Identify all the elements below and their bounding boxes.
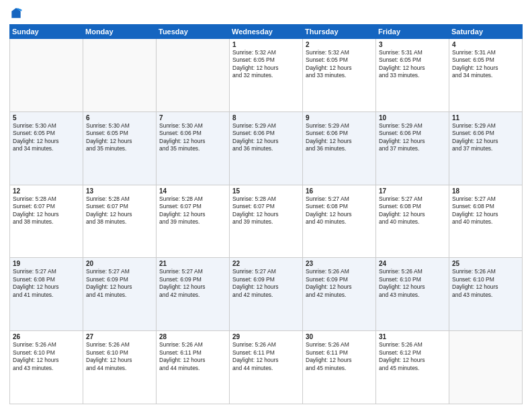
day-number: 22 (232, 260, 300, 267)
cell-info: and 35 minutes. (86, 145, 153, 152)
cell-info: Sunrise: 5:30 AM (159, 122, 226, 130)
cell-info: Sunrise: 5:31 AM (452, 49, 519, 56)
cell-info: Daylight: 12 hours (379, 283, 446, 291)
day-number: 24 (379, 260, 446, 267)
cell-info: Sunset: 6:11 PM (159, 349, 226, 357)
cell-info: and 35 minutes. (159, 145, 226, 152)
day-number: 2 (306, 41, 373, 48)
cell-info: Sunset: 6:07 PM (13, 203, 80, 210)
calendar-cell (83, 39, 157, 112)
calendar-cell: 7Sunrise: 5:30 AMSunset: 6:06 PMDaylight… (157, 111, 230, 185)
calendar-cell: 5Sunrise: 5:30 AMSunset: 6:05 PMDaylight… (10, 111, 83, 185)
cell-info: Sunrise: 5:26 AM (86, 341, 153, 349)
cell-info: Daylight: 12 hours (452, 211, 519, 218)
cell-info: Sunset: 6:09 PM (306, 276, 373, 283)
calendar-week-row: 26Sunrise: 5:26 AMSunset: 6:10 PMDayligh… (10, 331, 523, 404)
logo-icon (9, 7, 23, 20)
day-number: 5 (13, 114, 80, 122)
cell-info: Sunrise: 5:27 AM (379, 195, 446, 203)
cell-info: Sunrise: 5:26 AM (452, 268, 519, 275)
cell-info: and 33 minutes. (379, 72, 446, 79)
cell-info: Daylight: 12 hours (452, 64, 519, 72)
cell-info: Sunrise: 5:29 AM (452, 122, 519, 130)
cell-info: Daylight: 12 hours (232, 64, 300, 72)
cell-info: and 41 minutes. (13, 291, 80, 299)
cell-info: Sunrise: 5:27 AM (13, 268, 80, 275)
cell-info: Daylight: 12 hours (159, 357, 226, 364)
cell-info: Daylight: 12 hours (306, 138, 373, 145)
cell-info: and 43 minutes. (13, 365, 80, 372)
calendar-cell: 31Sunrise: 5:26 AMSunset: 6:12 PMDayligh… (376, 331, 449, 404)
calendar-cell: 8Sunrise: 5:29 AMSunset: 6:06 PMDaylight… (230, 111, 303, 185)
day-number: 10 (379, 114, 446, 122)
cell-info: Sunset: 6:05 PM (86, 130, 153, 137)
cell-info: Sunrise: 5:29 AM (232, 122, 300, 130)
calendar-cell: 29Sunrise: 5:26 AMSunset: 6:11 PMDayligh… (230, 331, 303, 404)
day-number: 15 (232, 187, 300, 195)
cell-info: and 39 minutes. (159, 218, 226, 226)
cell-info: Daylight: 12 hours (379, 64, 446, 72)
cell-info: Sunset: 6:09 PM (159, 276, 226, 283)
cell-info: Sunrise: 5:32 AM (232, 49, 300, 56)
cell-info: Sunrise: 5:26 AM (13, 341, 80, 349)
cell-info: and 37 minutes. (452, 145, 519, 152)
day-number: 29 (232, 333, 300, 340)
cell-info: Sunset: 6:05 PM (232, 56, 300, 64)
cell-info: Sunset: 6:07 PM (159, 203, 226, 210)
cell-info: Sunrise: 5:26 AM (232, 341, 300, 349)
calendar-cell: 20Sunrise: 5:27 AMSunset: 6:09 PMDayligh… (83, 258, 157, 331)
cell-info: Daylight: 12 hours (159, 138, 226, 145)
cell-info: and 43 minutes. (452, 291, 519, 299)
day-number: 28 (159, 333, 226, 340)
calendar-cell: 28Sunrise: 5:26 AMSunset: 6:11 PMDayligh… (157, 331, 230, 404)
cell-info: Daylight: 12 hours (452, 138, 519, 145)
day-number: 6 (86, 114, 153, 122)
cell-info: and 44 minutes. (86, 365, 153, 372)
day-number: 21 (159, 260, 226, 267)
day-number: 25 (452, 260, 519, 267)
cell-info: Sunrise: 5:27 AM (306, 195, 373, 203)
cell-info: Sunrise: 5:26 AM (159, 341, 226, 349)
weekday-header: Saturday (449, 25, 523, 39)
calendar-cell: 10Sunrise: 5:29 AMSunset: 6:06 PMDayligh… (376, 111, 449, 185)
calendar-cell: 13Sunrise: 5:28 AMSunset: 6:07 PMDayligh… (83, 185, 157, 258)
cell-info: Daylight: 12 hours (86, 283, 153, 291)
cell-info: Daylight: 12 hours (13, 357, 80, 364)
weekday-header: Monday (83, 25, 157, 39)
cell-info: Sunset: 6:08 PM (452, 203, 519, 210)
cell-info: Sunset: 6:05 PM (306, 56, 373, 64)
cell-info: Daylight: 12 hours (306, 64, 373, 72)
weekday-header: Sunday (10, 25, 83, 39)
calendar-cell: 6Sunrise: 5:30 AMSunset: 6:05 PMDaylight… (83, 111, 157, 185)
cell-info: Sunset: 6:10 PM (379, 276, 446, 283)
cell-info: Sunrise: 5:29 AM (379, 122, 446, 130)
calendar-week-row: 1Sunrise: 5:32 AMSunset: 6:05 PMDaylight… (10, 39, 523, 112)
cell-info: Sunrise: 5:28 AM (159, 195, 226, 203)
cell-info: Sunset: 6:10 PM (452, 276, 519, 283)
cell-info: Sunrise: 5:30 AM (13, 122, 80, 130)
cell-info: Daylight: 12 hours (232, 211, 300, 218)
cell-info: Daylight: 12 hours (232, 283, 300, 291)
cell-info: and 45 minutes. (379, 365, 446, 372)
calendar-cell: 2Sunrise: 5:32 AMSunset: 6:05 PMDaylight… (303, 39, 376, 112)
cell-info: Sunrise: 5:30 AM (86, 122, 153, 130)
day-number: 14 (159, 187, 226, 195)
cell-info: Sunrise: 5:32 AM (306, 49, 373, 56)
cell-info: and 40 minutes. (452, 218, 519, 226)
cell-info: Daylight: 12 hours (306, 283, 373, 291)
cell-info: Daylight: 12 hours (86, 357, 153, 364)
cell-info: and 34 minutes. (13, 145, 80, 152)
calendar-cell: 21Sunrise: 5:27 AMSunset: 6:09 PMDayligh… (157, 258, 230, 331)
cell-info: Sunset: 6:07 PM (232, 203, 300, 210)
day-number: 23 (306, 260, 373, 267)
cell-info: Sunrise: 5:28 AM (13, 195, 80, 203)
cell-info: Daylight: 12 hours (306, 357, 373, 364)
cell-info: Sunset: 6:07 PM (86, 203, 153, 210)
calendar-header: SundayMondayTuesdayWednesdayThursdayFrid… (10, 25, 523, 39)
calendar-cell: 17Sunrise: 5:27 AMSunset: 6:08 PMDayligh… (376, 185, 449, 258)
day-number: 9 (306, 114, 373, 122)
logo (9, 7, 26, 20)
cell-info: Sunset: 6:09 PM (86, 276, 153, 283)
day-number: 4 (452, 41, 519, 48)
day-number: 13 (86, 187, 153, 195)
